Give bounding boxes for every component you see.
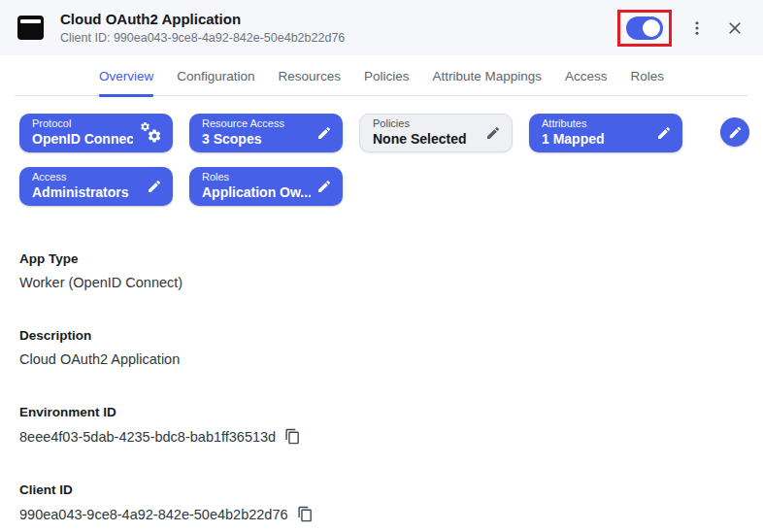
- client-id-field: Client ID 990ea043-9ce8-4a92-842e-50e4b2…: [19, 482, 744, 522]
- card-text: Resource Access 3 Scopes: [202, 117, 311, 148]
- tab-overview[interactable]: Overview: [99, 69, 153, 95]
- card-text: Access Administrators: [32, 171, 141, 201]
- field-label: Client ID: [19, 482, 744, 497]
- tab-policies[interactable]: Policies: [364, 69, 410, 95]
- field-value: Worker (OpenID Connect): [19, 275, 182, 290]
- access-card[interactable]: Access Administrators: [19, 167, 173, 206]
- card-value: None Selected: [373, 131, 480, 149]
- cards-row-1: Protocol OpenID Connect Resource Access …: [19, 114, 749, 152]
- field-value: 990ea043-9ce8-4a92-842e-50e4b2b22d76: [19, 507, 288, 522]
- pencil-icon: [316, 125, 332, 141]
- client-id-subtitle: Client ID: 990ea043-9ce8-4a92-842e-50e4b…: [60, 31, 345, 46]
- pencil-icon: [656, 125, 672, 141]
- cards-row-2: Access Administrators Roles Application …: [19, 167, 749, 206]
- pencil-icon: [728, 125, 743, 140]
- card-label: Policies: [373, 117, 480, 131]
- gears-icon: [139, 120, 162, 146]
- quick-action-cards: Protocol OpenID Connect Resource Access …: [0, 96, 763, 206]
- roles-card[interactable]: Roles Application Ow...: [189, 167, 343, 206]
- app-type-field: App Type Worker (OpenID Connect): [19, 251, 744, 290]
- pencil-icon: [147, 179, 162, 194]
- attributes-card[interactable]: Attributes 1 Mapped: [529, 114, 682, 152]
- card-value: 1 Mapped: [542, 131, 650, 149]
- tab-attribute-mappings[interactable]: Attribute Mappings: [433, 69, 543, 95]
- annotation-highlight: [617, 10, 672, 47]
- field-label: Environment ID: [19, 405, 744, 419]
- card-value: Application Ow...: [202, 184, 311, 202]
- card-value: 3 Scopes: [202, 131, 311, 149]
- tab-access[interactable]: Access: [565, 69, 608, 95]
- card-text: Attributes 1 Mapped: [542, 117, 650, 148]
- card-label: Access: [32, 171, 141, 184]
- panel-header: Cloud OAuth2 Application Client ID: 990e…: [0, 0, 763, 55]
- card-label: Resource Access: [202, 117, 311, 131]
- card-label: Attributes: [542, 117, 650, 131]
- description-field: Description Cloud OAuth2 Application: [19, 328, 744, 367]
- card-value: Administrators: [32, 184, 141, 202]
- page-title: Cloud OAuth2 Application: [60, 11, 345, 28]
- card-value: OpenID Connect: [32, 131, 133, 149]
- protocol-card[interactable]: Protocol OpenID Connect: [19, 114, 173, 152]
- kebab-menu-icon[interactable]: [684, 16, 710, 41]
- copy-icon[interactable]: [297, 506, 314, 522]
- edit-profile-button[interactable]: [720, 117, 749, 147]
- pencil-icon: [485, 125, 501, 141]
- card-label: Roles: [202, 171, 311, 184]
- field-value: 8eee4f03-5dab-4235-bdc8-bab1ff36513d: [19, 429, 276, 445]
- close-icon[interactable]: [722, 16, 747, 41]
- header-titles: Cloud OAuth2 Application Client ID: 990e…: [60, 11, 345, 46]
- tab-roles[interactable]: Roles: [631, 69, 665, 95]
- card-text: Roles Application Ow...: [202, 171, 311, 201]
- card-text: Policies None Selected: [373, 117, 480, 148]
- card-text: Protocol OpenID Connect: [32, 117, 133, 148]
- field-label: Description: [19, 328, 744, 343]
- header-controls: [617, 10, 747, 47]
- toggle-knob: [643, 19, 660, 37]
- environment-id-field: Environment ID 8eee4f03-5dab-4235-bdc8-b…: [19, 405, 744, 445]
- card-label: Protocol: [32, 117, 133, 131]
- application-icon: [17, 16, 44, 40]
- resource-access-card[interactable]: Resource Access 3 Scopes: [189, 114, 343, 152]
- detail-fields: App Type Worker (OpenID Connect) Descrip…: [0, 251, 763, 522]
- copy-icon[interactable]: [284, 428, 301, 445]
- tab-bar: Overview Configuration Resources Policie…: [15, 55, 748, 96]
- tab-configuration[interactable]: Configuration: [177, 69, 254, 95]
- tab-resources[interactable]: Resources: [278, 69, 341, 95]
- field-value: Cloud OAuth2 Application: [19, 351, 180, 367]
- pencil-icon: [316, 179, 332, 194]
- policies-card[interactable]: Policies None Selected: [359, 114, 513, 152]
- field-label: App Type: [19, 251, 744, 266]
- enabled-toggle[interactable]: [626, 17, 663, 40]
